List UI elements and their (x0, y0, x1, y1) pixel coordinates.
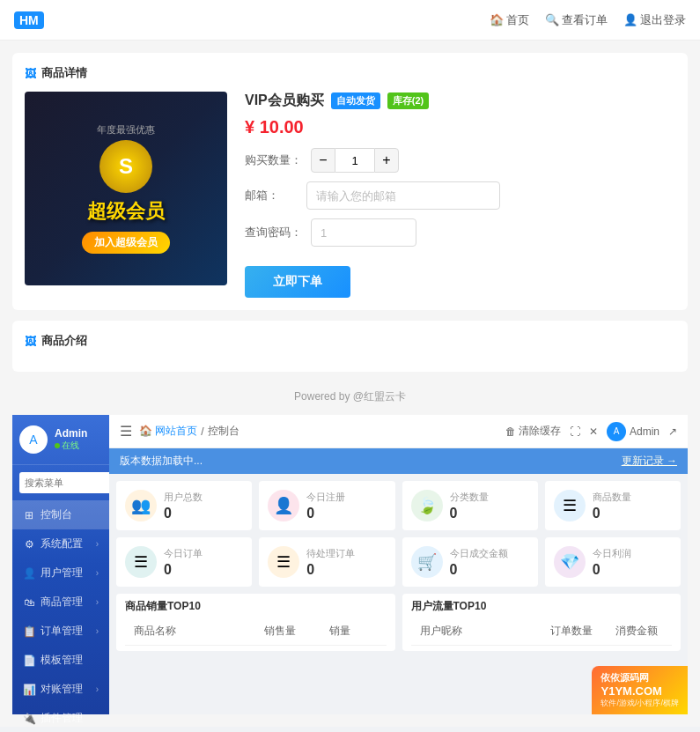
stat-icon: 💎 (554, 546, 586, 578)
user-status: 在线 (55, 440, 87, 452)
search-box: 🔍 (12, 465, 109, 500)
menu-icon: 🛍 (23, 596, 35, 609)
menu-label: 系统配置 (41, 536, 83, 551)
notice-link[interactable]: 更新记录 → (622, 454, 677, 469)
sidebar-item-商品管理[interactable]: 🛍 商品管理 › (12, 588, 109, 617)
stat-info: 待处理订单 0 (306, 547, 386, 578)
menu-item-left: 🔌 插件管理 (23, 711, 83, 726)
email-row: 邮箱： (245, 181, 675, 210)
qty-minus-btn[interactable]: − (311, 148, 335, 173)
breadcrumb-home[interactable]: 🏠 网站首页 (139, 424, 197, 439)
menu-icon: 📋 (23, 625, 35, 638)
product-detail-title: 🖼 商品详情 (25, 65, 675, 81)
home-icon: 🏠 (490, 13, 504, 26)
img-main-text: 超级会员 (87, 198, 165, 225)
menu-icon: 🔌 (23, 713, 35, 725)
stat-label: 今日注册 (306, 491, 386, 504)
fullscreen-btn[interactable]: ⛶ (570, 425, 580, 438)
password-row: 查询密码： (245, 218, 675, 247)
menu-label: 商品管理 (41, 595, 83, 610)
menu-item-left: 📋 订单管理 (23, 624, 83, 639)
share-icon[interactable]: ↗ (668, 425, 677, 438)
product-img-inner: 年度最强优惠 S 超级会员 加入超级会员 (25, 92, 227, 285)
avatar: A (19, 425, 48, 454)
stat-card-5: ☰ 待处理订单 0 (259, 537, 394, 587)
watermark-desc: 软件/游戏/小程序/棋牌 (601, 698, 679, 709)
stat-icon: ☰ (554, 490, 586, 521)
menu-label: 对账管理 (41, 682, 83, 697)
order-button[interactable]: 立即下单 (245, 266, 350, 298)
table1-header: 商品名称 销售量 销量 (125, 617, 387, 646)
password-label: 查询密码： (245, 225, 302, 240)
table1-title: 商品销量TOP10 (125, 599, 387, 614)
menu-arrow: › (96, 626, 99, 636)
col-sales-amount: 销售量 (255, 617, 321, 646)
nav-links: 🏠 首页 🔍 查看订单 👤 退出登录 (490, 12, 686, 28)
nav-home[interactable]: 🏠 首页 (490, 12, 529, 28)
user-name: Admin (55, 427, 87, 440)
menu-item-left: ⚙ 系统配置 (23, 536, 83, 551)
stat-label: 今日利润 (593, 547, 672, 560)
product-info: VIP会员购买 自动发货 库存(2) ¥ 10.00 购买数量： − + (245, 92, 675, 298)
table2-header: 用户昵称 订单数量 消费金额 (411, 617, 673, 646)
stat-label: 今日成交金额 (450, 547, 529, 560)
admin-header-left: ☰ 🏠 网站首页 / 控制台 (120, 423, 239, 440)
col-spend: 消费金额 (607, 617, 672, 646)
admin-user: A Admin (607, 422, 659, 441)
watermark: 依依源码网 Y1YM.COM 软件/游戏/小程序/棋牌 (592, 666, 688, 714)
admin-header-right: 🗑 清除缓存 ⛶ ✕ A Admin ↗ (505, 422, 677, 441)
stat-label: 分类数量 (450, 491, 529, 504)
col-user-nickname: 用户昵称 (411, 617, 542, 646)
stat-card-0: 👥 用户总数 0 (116, 481, 252, 530)
status-dot (55, 443, 60, 448)
stat-info: 分类数量 0 (450, 491, 529, 521)
top-nav: HM 🏠 首页 🔍 查看订单 👤 退出登录 (0, 0, 700, 41)
tag-auto: 自动发货 (331, 92, 380, 109)
stat-icon: 👥 (125, 490, 157, 521)
menu-item-left: 👤 用户管理 (23, 566, 83, 580)
sidebar-menu: ⊞ 控制台 ⚙ 系统配置 › 👤 用户管理 › 🛍 商品管理 › 📋 订单管理 … (12, 500, 109, 727)
sidebar-item-插件管理[interactable]: 🔌 插件管理 (12, 704, 109, 727)
sidebar-item-控制台[interactable]: ⊞ 控制台 (12, 500, 109, 529)
qty-input[interactable] (335, 148, 374, 173)
watermark-sub: Y1YM.COM (601, 684, 679, 698)
stat-value: 0 (306, 506, 386, 521)
stat-label: 商品数量 (593, 491, 672, 504)
logo: HM (14, 11, 44, 29)
breadcrumb: 🏠 网站首页 / 控制台 (139, 424, 239, 439)
img-top-text: 年度最强优惠 (97, 123, 155, 137)
clear-cache-btn[interactable]: 🗑 清除缓存 (505, 424, 561, 439)
qty-control: − + (311, 148, 399, 173)
product-intro-card: 🖼 商品介绍 (12, 321, 688, 372)
password-input[interactable] (311, 218, 416, 247)
menu-item-left: 📊 对账管理 (23, 682, 83, 697)
img-badge: 加入超级会员 (82, 232, 170, 254)
stat-icon: 👤 (268, 490, 299, 521)
menu-arrow: › (96, 597, 99, 607)
hamburger-btn[interactable]: ☰ (120, 423, 132, 440)
stat-icon: ☰ (125, 546, 157, 578)
close-btn[interactable]: ✕ (589, 425, 598, 438)
nav-orders[interactable]: 🔍 查看订单 (545, 12, 608, 28)
sidebar-user: A Admin 在线 (12, 415, 109, 465)
detail-icon: 🖼 (25, 67, 36, 80)
menu-label: 插件管理 (41, 711, 83, 726)
intro-icon: 🖼 (25, 335, 36, 348)
stat-card-1: 👤 今日注册 0 (259, 481, 394, 530)
email-input[interactable] (306, 181, 500, 210)
admin-header: ☰ 🏠 网站首页 / 控制台 🗑 清除 (109, 415, 688, 448)
admin-avatar: A (607, 422, 626, 441)
nav-logout[interactable]: 👤 退出登录 (623, 12, 686, 28)
sidebar-item-订单管理[interactable]: 📋 订单管理 › (12, 617, 109, 646)
stat-label: 用户总数 (164, 491, 243, 504)
cache-icon: 🗑 (505, 425, 516, 438)
stat-icon: ☰ (268, 546, 299, 578)
sidebar-item-系统配置[interactable]: ⚙ 系统配置 › (12, 529, 109, 558)
sidebar-item-用户管理[interactable]: 👤 用户管理 › (12, 558, 109, 588)
stat-card-3: ☰ 商品数量 0 (545, 481, 681, 530)
qty-plus-btn[interactable]: + (374, 148, 399, 173)
stat-info: 用户总数 0 (164, 491, 243, 521)
sidebar-item-模板管理[interactable]: 📄 模板管理 (12, 646, 109, 675)
menu-arrow: › (96, 539, 99, 549)
sidebar-item-对账管理[interactable]: 📊 对账管理 › (12, 675, 109, 704)
